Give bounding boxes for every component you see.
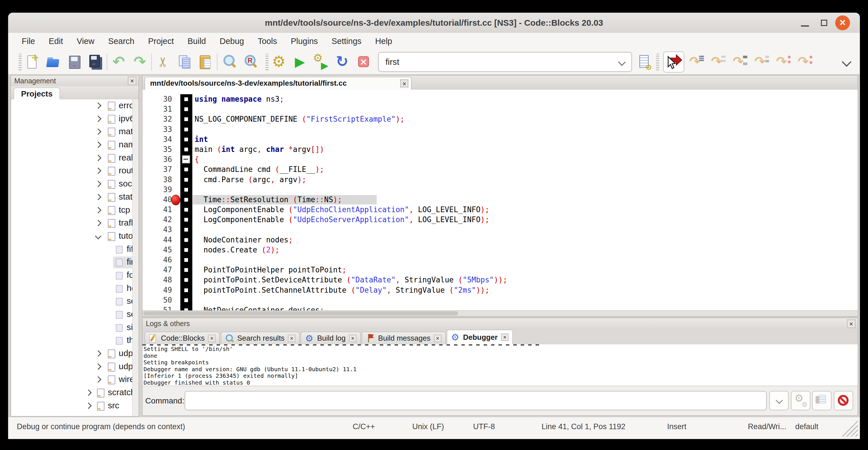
- tree-item-fif[interactable]: fif: [11, 243, 132, 256]
- toolbar-gripper[interactable]: [266, 54, 269, 70]
- close-tab-icon[interactable]: ×: [501, 333, 508, 341]
- debugger-log-output[interactable]: Setting SHELL to '/bin/sh'doneSetting br…: [143, 344, 858, 386]
- menu-item-edit[interactable]: Edit: [43, 36, 68, 46]
- save-all-icon[interactable]: [87, 53, 103, 70]
- debugger-settings-button[interactable]: [791, 391, 810, 410]
- next-instruction-icon[interactable]: [776, 53, 792, 70]
- code-line-31[interactable]: 31: [143, 104, 858, 114]
- project-tree[interactable]: erroipv6matnamreallroutsockstattcptraflt…: [11, 99, 138, 416]
- close-logs-icon[interactable]: [847, 320, 856, 328]
- tree-item-rout[interactable]: rout: [11, 164, 132, 178]
- copy-icon[interactable]: [176, 53, 192, 70]
- tree-item-udp[interactable]: udp: [11, 347, 132, 360]
- build-icon[interactable]: [271, 53, 287, 70]
- run-icon[interactable]: [292, 53, 308, 70]
- open-log-file-button[interactable]: [812, 391, 832, 410]
- code-line-35[interactable]: 35main (int argc, char *argv[]): [143, 145, 858, 154]
- tree-item-he[interactable]: he: [11, 282, 132, 295]
- expand-arrow-icon[interactable]: [95, 193, 101, 200]
- code-line-32[interactable]: 32NS_LOG_COMPONENT_DEFINE ("FirstScriptE…: [143, 114, 858, 124]
- find-icon[interactable]: [221, 53, 237, 70]
- toolbar-gripper[interactable]: [656, 54, 659, 70]
- menu-item-help[interactable]: Help: [370, 36, 398, 46]
- code-line-44[interactable]: 44 NodeContainer nodes;: [143, 235, 858, 245]
- resize-grip[interactable]: [840, 420, 858, 437]
- tree-item-tuto[interactable]: tuto: [11, 230, 132, 243]
- menu-item-plugins[interactable]: Plugins: [285, 36, 323, 46]
- code-line-46[interactable]: 46: [143, 255, 858, 265]
- open-file-icon[interactable]: [45, 53, 61, 70]
- tree-item-reall[interactable]: reall: [11, 152, 132, 165]
- stop-debugger-button[interactable]: [834, 391, 853, 410]
- tree-item-fo[interactable]: fo: [11, 269, 132, 282]
- build-and-run-icon[interactable]: [313, 53, 329, 70]
- breakpoint-icon[interactable]: [171, 195, 180, 205]
- rebuild-icon[interactable]: [334, 53, 350, 70]
- tree-item-trafl[interactable]: trafl: [11, 217, 132, 230]
- log-tab-build-log[interactable]: Build log×: [301, 332, 361, 344]
- cut-icon[interactable]: [155, 53, 171, 70]
- expand-arrow-icon[interactable]: [85, 389, 92, 396]
- menu-item-debug[interactable]: Debug: [214, 36, 249, 46]
- code-line-33[interactable]: 33: [143, 124, 858, 134]
- expand-arrow-icon[interactable]: [95, 102, 101, 109]
- close-tab-icon[interactable]: ×: [434, 335, 441, 342]
- close-tab-icon[interactable]: ×: [208, 335, 215, 342]
- expand-arrow-icon[interactable]: [95, 376, 101, 383]
- collapse-arrow-icon[interactable]: [95, 233, 101, 240]
- menu-item-project[interactable]: Project: [143, 36, 179, 46]
- code-line-47[interactable]: 47 PointToPointHelper pointToPoint;: [143, 265, 858, 275]
- tree-item-fir[interactable]: fir: [11, 256, 132, 269]
- save-file-icon[interactable]: [66, 53, 82, 70]
- tree-item-sock[interactable]: sock: [11, 178, 132, 191]
- expand-arrow-icon[interactable]: [95, 128, 101, 135]
- code-line-36[interactable]: 36{: [143, 154, 858, 164]
- tree-item-se[interactable]: se: [11, 308, 132, 321]
- step-into-instruction-icon[interactable]: [797, 53, 813, 70]
- tab-projects[interactable]: Projects: [14, 88, 60, 100]
- tree-item-tcp[interactable]: tcp: [11, 204, 132, 217]
- code-editor[interactable]: 30using namespace ns3;3132NS_LOG_COMPONE…: [143, 90, 858, 317]
- build-target-options-icon[interactable]: [636, 53, 652, 70]
- code-line-39[interactable]: 39: [143, 185, 858, 195]
- tree-item-nam[interactable]: nam: [11, 139, 132, 152]
- code-line-30[interactable]: 30using namespace ns3;: [143, 94, 858, 104]
- tree-item-scratch[interactable]: scratch: [11, 386, 132, 399]
- run-to-cursor-icon[interactable]: [689, 53, 705, 70]
- build-target-combobox[interactable]: first: [378, 52, 632, 72]
- code-line-41[interactable]: 41 LogComponentEnable ("UdpEchoClientApp…: [143, 205, 858, 215]
- scrollbar-thumb[interactable]: [143, 311, 458, 316]
- tree-item-src[interactable]: src: [11, 399, 132, 413]
- tree-vertical-scrollbar[interactable]: [132, 99, 138, 416]
- code-line-40[interactable]: 40 Time::SetResolution (Time::NS);: [143, 195, 858, 205]
- abort-build-icon[interactable]: [355, 53, 371, 70]
- expand-arrow-icon[interactable]: [95, 207, 101, 213]
- code-line-49[interactable]: 49 pointToPoint.SetChannelAttribute ("De…: [143, 285, 858, 295]
- title-bar[interactable]: mnt/dev/tools/source/ns-3-dev/examples/t…: [8, 13, 860, 33]
- expand-arrow-icon[interactable]: [95, 220, 101, 227]
- toolbar-overflow-chevron-icon[interactable]: [842, 57, 851, 67]
- log-tab-code-blocks[interactable]: Code::Blocks×: [145, 332, 220, 344]
- code-line-37[interactable]: 37 CommandLine cmd (__FILE__);: [143, 164, 858, 175]
- editor-horizontal-scrollbar[interactable]: [143, 310, 858, 317]
- tree-item-ipv6[interactable]: ipv6: [11, 113, 132, 126]
- log-tab-build-messages[interactable]: Build messages×: [362, 332, 446, 344]
- close-tab-icon[interactable]: ×: [288, 335, 295, 342]
- tree-item-mat[interactable]: mat: [11, 125, 132, 139]
- close-editor-tab-icon[interactable]: [400, 79, 408, 87]
- chevron-down-icon[interactable]: [618, 58, 626, 66]
- code-line-34[interactable]: 34int: [143, 134, 858, 145]
- paste-icon[interactable]: [197, 53, 213, 70]
- maximize-button[interactable]: [821, 20, 827, 26]
- expand-arrow-icon[interactable]: [95, 142, 101, 148]
- menu-item-settings[interactable]: Settings: [326, 36, 367, 46]
- debug-continue-button[interactable]: [663, 51, 684, 72]
- code-line-48[interactable]: 48 pointToPoint.SetDeviceAttribute ("Dat…: [143, 275, 858, 285]
- expand-arrow-icon[interactable]: [95, 350, 101, 357]
- close-tab-icon[interactable]: ×: [349, 335, 356, 342]
- log-tab-debugger[interactable]: Debugger×: [447, 330, 513, 344]
- tree-item-udp-[interactable]: udp-: [11, 360, 132, 373]
- code-line-42[interactable]: 42 LogComponentEnable ("UdpEchoServerApp…: [143, 215, 858, 225]
- tree-item-wire[interactable]: wire: [11, 373, 132, 386]
- fold-marker-icon[interactable]: [182, 155, 190, 163]
